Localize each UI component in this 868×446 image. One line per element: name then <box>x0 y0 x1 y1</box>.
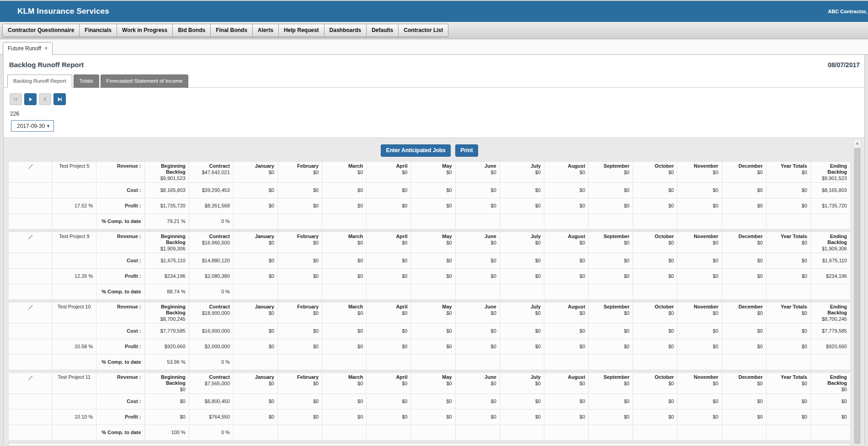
ending-backlog-cell: Ending Backlog$8,700,245 <box>810 302 850 323</box>
column-value: $0 <box>459 310 496 316</box>
column-value: $0 <box>503 310 541 316</box>
month-cell-may: $0 <box>411 393 455 409</box>
column-value: $0 <box>325 170 363 175</box>
last-page-button[interactable] <box>53 93 66 105</box>
subtab-totals[interactable]: Totals <box>74 74 99 88</box>
month-cell-october: $0 <box>633 182 677 198</box>
revenue-row: Test Project 10Revenue :Beginning Backlo… <box>9 302 851 323</box>
edit-button[interactable] <box>9 372 52 393</box>
month-cell-february <box>278 284 322 299</box>
tab-future-runoff[interactable]: Future Runoff × <box>3 42 53 55</box>
column-value: $0 <box>725 310 763 316</box>
month-cell-march <box>322 284 367 299</box>
column-value: $0 <box>370 381 407 386</box>
contract-cell: $14,880,120 <box>189 253 233 268</box>
menu-item-final-bonds[interactable]: Final Bonds <box>211 24 253 37</box>
column-header: September <box>592 234 629 239</box>
year-totals-cell: $0 <box>766 253 810 268</box>
period-value: 2017-09-30 <box>17 123 45 129</box>
table-scrollbar[interactable]: ▲ <box>853 139 861 445</box>
month-cell-may: $0 <box>411 323 455 339</box>
month-cell-april: $0 <box>367 268 411 284</box>
print-button[interactable]: Print <box>455 144 478 157</box>
filter-row: 2017-09-30 ▼ <box>11 120 864 132</box>
month-cell-january <box>233 284 277 299</box>
spacer-cell <box>9 198 52 213</box>
month-cell-june: $0 <box>455 323 500 339</box>
month-cell-march: March$0 <box>322 302 367 323</box>
month-cell-july: $0 <box>500 393 544 409</box>
menu-item-contractor-questionnaire[interactable]: Contractor Questionnaire <box>3 24 80 37</box>
subtab-forecasted-statement-of-income[interactable]: Forecasted Statement of Income <box>101 74 189 88</box>
column-value: $0 <box>414 381 452 386</box>
contract-cell: Contract$47,642,021 <box>189 162 233 183</box>
menu-item-help-request[interactable]: Help Request <box>279 24 325 37</box>
month-cell-october <box>633 284 677 299</box>
enter-anticipated-jobs-button[interactable]: Enter Anticipated Jobs <box>381 144 450 157</box>
scroll-up-icon[interactable]: ▲ <box>854 139 861 147</box>
edit-button[interactable] <box>9 162 52 183</box>
row-label-revenue: Revenue : <box>96 232 144 253</box>
menu-item-defaults[interactable]: Defaults <box>367 24 399 37</box>
edit-button[interactable] <box>9 302 52 323</box>
menu-item-bid-bonds[interactable]: Bid Bonds <box>173 24 211 37</box>
close-icon[interactable]: × <box>44 46 48 51</box>
month-cell-september: $0 <box>589 182 633 198</box>
month-cell-december <box>722 213 766 229</box>
month-cell-may <box>411 425 455 440</box>
column-value: $0 <box>237 381 274 386</box>
column-header: September <box>592 163 629 169</box>
menu-item-financials[interactable]: Financials <box>80 24 117 37</box>
main-menubar: Contractor QuestionnaireFinancialsWork i… <box>0 22 868 39</box>
column-header: February <box>281 374 319 380</box>
column-header: Ending Backlog <box>814 374 847 386</box>
column-header: March <box>325 374 363 380</box>
menu-item-contractor-list[interactable]: Contractor List <box>399 24 448 37</box>
edit-button[interactable] <box>9 232 52 253</box>
month-cell-july: $0 <box>500 268 544 284</box>
menu-item-work-in-progress[interactable]: Work in Progress <box>117 24 173 37</box>
month-cell-september <box>589 425 633 440</box>
column-header: June <box>459 234 496 239</box>
subtab-backlog-runoff-report[interactable]: Backlog Runoff Report <box>7 74 72 88</box>
column-value: $0 <box>681 240 718 245</box>
month-cell-february: $0 <box>278 198 322 213</box>
month-cell-april: $0 <box>367 323 411 339</box>
contract-cell: 0 % <box>189 354 233 370</box>
month-cell-march <box>322 213 367 229</box>
pager-toolbar <box>4 88 864 105</box>
play-next-icon <box>27 96 33 102</box>
column-value: $0 <box>503 381 541 386</box>
month-cell-june <box>455 425 500 440</box>
column-header: July <box>503 234 541 239</box>
column-header: November <box>681 163 718 169</box>
contract-cell: $2,000,000 <box>189 339 233 354</box>
report-date: 08/07/2017 <box>828 61 860 69</box>
month-cell-august: August$0 <box>544 302 588 323</box>
month-cell-august <box>544 354 588 370</box>
column-value: $0 <box>770 381 807 386</box>
month-cell-august: $0 <box>544 268 588 284</box>
column-header: August <box>548 304 585 310</box>
document-tabstrip: Future Runoff × <box>0 39 868 55</box>
column-value: $9,901,523 <box>148 175 186 181</box>
spacer-cell <box>9 323 52 339</box>
month-cell-october <box>633 213 677 229</box>
month-cell-march: March$0 <box>322 162 367 183</box>
row-label-profit: Profit : <box>96 268 144 284</box>
app-header: KLM Insurance Services ABC Contractor, I <box>0 1 868 22</box>
first-page-button[interactable] <box>10 93 22 105</box>
column-header: April <box>370 234 407 239</box>
month-cell-november: November$0 <box>677 162 722 183</box>
month-cell-april <box>367 284 411 299</box>
period-dropdown[interactable]: 2017-09-30 ▼ <box>11 120 54 132</box>
next-page-button[interactable] <box>24 93 37 105</box>
menu-item-alerts[interactable]: Alerts <box>253 24 279 37</box>
previous-page-button[interactable] <box>39 93 51 105</box>
month-cell-july <box>500 284 544 299</box>
column-header: Contract <box>192 163 230 169</box>
scrollbar-thumb[interactable] <box>854 148 860 444</box>
menu-item-dashboards[interactable]: Dashboards <box>325 24 367 37</box>
month-cell-january: $0 <box>233 182 277 198</box>
beginning-backlog-cell: 88.74 % <box>144 284 189 299</box>
